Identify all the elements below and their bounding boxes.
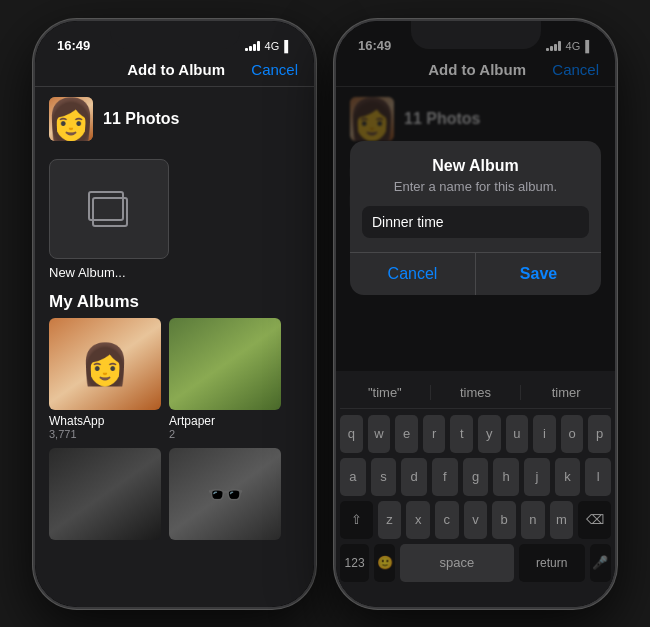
album-cover-drums xyxy=(49,448,161,540)
photos-thumb-left xyxy=(49,97,93,141)
nav-title-left: Add to Album xyxy=(127,61,225,78)
album-sunglasses[interactable] xyxy=(169,448,281,540)
nav-bar-left: Add to Album Cancel xyxy=(35,57,314,87)
my-albums-title-left: My Albums xyxy=(35,284,314,318)
right-phone: 16:49 4G ▌ Add to Album Cancel xyxy=(334,19,617,609)
new-album-section[interactable]: New Album... xyxy=(35,151,314,284)
dialog-save-button[interactable]: Save xyxy=(476,253,601,295)
dialog-cancel-button[interactable]: Cancel xyxy=(350,253,476,295)
album-name-artpaper: Artpaper xyxy=(169,414,281,428)
new-album-tile[interactable] xyxy=(49,159,169,259)
album-cover-sunglasses xyxy=(169,448,281,540)
cancel-button-left[interactable]: Cancel xyxy=(251,61,298,78)
albums-grid-left: WhatsApp 3,771 Artpaper 2 xyxy=(35,318,314,540)
album-count-whatsapp: 3,771 xyxy=(49,428,161,440)
album-drums[interactable] xyxy=(49,448,161,540)
album-whatsapp[interactable]: WhatsApp 3,771 xyxy=(49,318,161,440)
left-phone: 16:49 4G ▌ Add to Album Cancel xyxy=(33,19,316,609)
album-name-whatsapp: WhatsApp xyxy=(49,414,161,428)
status-bar-left: 16:49 4G ▌ xyxy=(35,21,314,57)
new-album-dialog: New Album Enter a name for this album. D… xyxy=(350,141,601,295)
album-cover-whatsapp xyxy=(49,318,161,410)
dialog-buttons: Cancel Save xyxy=(350,252,601,295)
network-type: 4G xyxy=(265,40,280,52)
dialog-subtitle: Enter a name for this album. xyxy=(350,179,601,206)
new-album-label[interactable]: New Album... xyxy=(49,265,300,280)
photos-header-left: 11 Photos xyxy=(35,87,314,151)
album-count-artpaper: 2 xyxy=(169,428,281,440)
album-cover-artpaper xyxy=(169,318,281,410)
dialog-overlay xyxy=(336,21,615,607)
album-name-input[interactable]: Dinner time xyxy=(362,206,589,238)
new-album-icon xyxy=(84,187,134,231)
battery-icon: ▌ xyxy=(284,40,292,52)
status-icons-left: 4G ▌ xyxy=(245,40,292,52)
dialog-title: New Album xyxy=(350,141,601,179)
signal-icon xyxy=(245,41,260,51)
photos-count-left: 11 Photos xyxy=(103,110,179,128)
album-artpaper[interactable]: Artpaper 2 xyxy=(169,318,281,440)
status-time-left: 16:49 xyxy=(57,38,90,53)
